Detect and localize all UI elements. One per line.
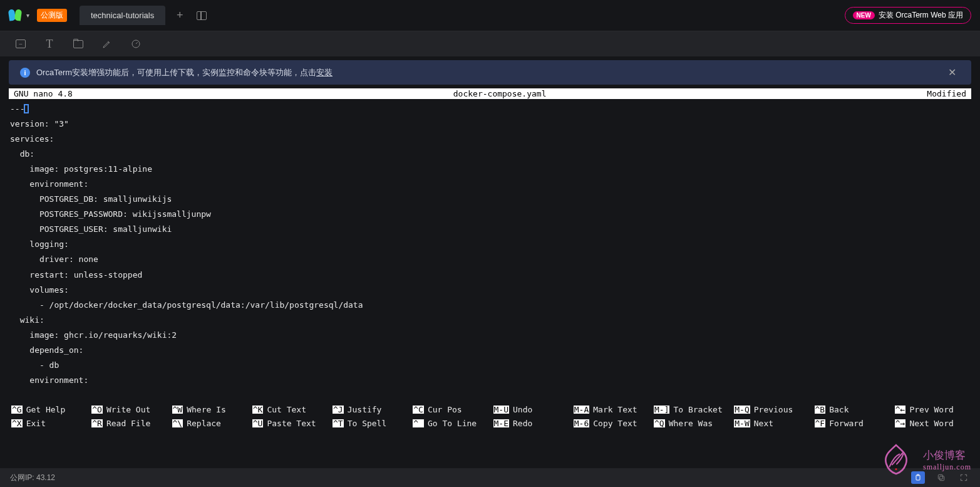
banner-install-link[interactable]: 安装: [316, 67, 333, 78]
editor-line: POSTGRES_PASSWORD: wikijssmalljunpw: [10, 207, 970, 222]
editor-line: - /opt/docker/docker_data/postgresql/dat…: [10, 298, 970, 313]
help-key: ^←: [895, 406, 906, 414]
nano-header: GNU nano 4.8 docker-compose.yaml Modifie…: [9, 88, 971, 99]
editor-line: - db: [10, 358, 970, 373]
help-key: M-]: [654, 406, 669, 414]
help-key: ^G: [11, 406, 23, 414]
nano-app-name: GNU nano 4.8: [14, 90, 73, 98]
status-bar: 公网IP: 43.12: [0, 468, 980, 487]
folder-icon[interactable]: [73, 38, 84, 50]
help-key: ^J: [333, 406, 344, 414]
app-logo[interactable]: ▾: [9, 9, 29, 22]
help-item: M-WNext: [734, 417, 808, 431]
watermark-line2: smalljun.com: [923, 463, 971, 472]
editor-line: POSTGRES_USER: smalljunwiki: [10, 222, 970, 237]
help-item: ^UPaste Text: [252, 417, 326, 431]
help-item: ^TTo Spell: [333, 417, 406, 431]
help-label: To Spell: [344, 419, 387, 427]
new-tab-button[interactable]: +: [170, 6, 189, 25]
help-label: Cur Pos: [424, 406, 462, 414]
watermark-logo-icon: [880, 443, 912, 476]
help-label: Where Was: [665, 419, 713, 427]
watermark-line1: 小俊博客: [923, 448, 971, 463]
editor-line: db:: [10, 147, 970, 162]
logo-mark-icon: [9, 9, 21, 22]
code-block-icon[interactable]: ⋯: [15, 38, 26, 50]
help-item: ^CCur Pos: [413, 403, 487, 417]
help-item: ^GGet Help: [11, 403, 85, 417]
copy-icon[interactable]: [935, 471, 947, 484]
help-item: M-]To Bracket: [654, 403, 728, 417]
help-item: M-UUndo: [493, 403, 567, 417]
nano-help-bar: ^GGet Help^OWrite Out^WWhere Is^KCut Tex…: [9, 403, 971, 431]
editor-content[interactable]: ---version: "3"services: db: image: post…: [9, 99, 971, 394]
help-label: Next Word: [905, 419, 953, 427]
help-label: To Bracket: [669, 406, 722, 414]
banner-text: OrcaTerm安装增强功能后，可使用上传下载，实例监控和命令块等功能，点击: [36, 67, 316, 78]
help-item: ^QWhere Was: [654, 417, 728, 431]
editor-line: wiki:: [10, 313, 970, 328]
help-label: Prev Word: [905, 406, 953, 414]
svg-rect-4: [940, 476, 944, 481]
help-key: M-6: [574, 419, 589, 427]
edit-icon[interactable]: [101, 38, 113, 50]
help-label: Justify: [344, 406, 382, 414]
editor-line: version: "3": [10, 117, 970, 132]
help-item: ^RRead File: [91, 417, 165, 431]
help-label: Read File: [103, 419, 150, 427]
help-key: ^U: [252, 419, 264, 427]
help-label: Cut Text: [263, 406, 306, 414]
help-key: ^R: [91, 419, 103, 427]
help-key: M-A: [574, 406, 589, 414]
help-key: ^X: [11, 419, 23, 427]
help-item: ^←Prev Word: [895, 403, 969, 417]
help-key: ^Q: [654, 419, 665, 427]
editor-line: restart: unless-stopped: [10, 268, 970, 283]
help-label: Forward: [825, 419, 864, 427]
help-item: M-ERedo: [493, 417, 567, 431]
toolbar: ⋯ T: [0, 31, 980, 56]
help-item: ^\Replace: [172, 417, 246, 431]
help-label: Previous: [750, 406, 793, 414]
svg-rect-3: [938, 474, 942, 479]
help-label: Replace: [183, 419, 221, 427]
top-bar: ▾ 公测版 technical-tutorials + NEW 安装 OrcaT…: [0, 0, 980, 31]
help-key: M-E: [493, 419, 509, 427]
help-label: Where Is: [183, 406, 226, 414]
split-layout-icon[interactable]: [197, 11, 207, 20]
help-label: Next: [750, 419, 773, 427]
terminal[interactable]: GNU nano 4.8 docker-compose.yaml Modifie…: [9, 88, 971, 431]
help-label: Go To Line: [424, 419, 477, 427]
editor-line: image: postgres:11-alpine: [10, 162, 970, 177]
help-key: ^_: [413, 419, 424, 427]
fullscreen-icon[interactable]: [957, 471, 970, 484]
gauge-icon[interactable]: [130, 38, 142, 50]
clipboard-icon[interactable]: [911, 471, 925, 484]
install-app-button[interactable]: NEW 安装 OrcaTerm Web 应用: [845, 7, 971, 24]
help-label: Back: [825, 406, 848, 414]
chevron-down-icon: ▾: [26, 12, 29, 19]
help-label: Paste Text: [263, 419, 316, 427]
tab-active[interactable]: technical-tutorials: [80, 6, 165, 25]
beta-badge: 公测版: [37, 9, 67, 22]
help-key: ^\: [172, 419, 183, 427]
help-label: Write Out: [103, 406, 150, 414]
help-key: ^O: [91, 406, 103, 414]
info-banner: i OrcaTerm安装增强功能后，可使用上传下载，实例监控和命令块等功能，点击…: [9, 60, 971, 85]
watermark-text: 小俊博客 smalljun.com: [923, 448, 971, 472]
help-item: ^OWrite Out: [91, 403, 165, 417]
editor-line: environment:: [10, 177, 970, 192]
help-label: Exit: [23, 419, 46, 427]
help-key: ^W: [172, 406, 183, 414]
help-key: ^K: [252, 406, 264, 414]
banner-close-button[interactable]: ✕: [944, 66, 960, 78]
install-label: 安装 OrcaTerm Web 应用: [879, 10, 963, 21]
editor-line: ---: [10, 102, 970, 117]
svg-point-5: [895, 468, 897, 470]
help-label: Copy Text: [589, 419, 637, 427]
help-label: Undo: [509, 406, 532, 414]
text-icon[interactable]: T: [44, 38, 55, 50]
nano-filename: docker-compose.yaml: [453, 90, 547, 98]
editor-line: environment:: [10, 373, 970, 388]
editor-line: services:: [10, 132, 970, 147]
